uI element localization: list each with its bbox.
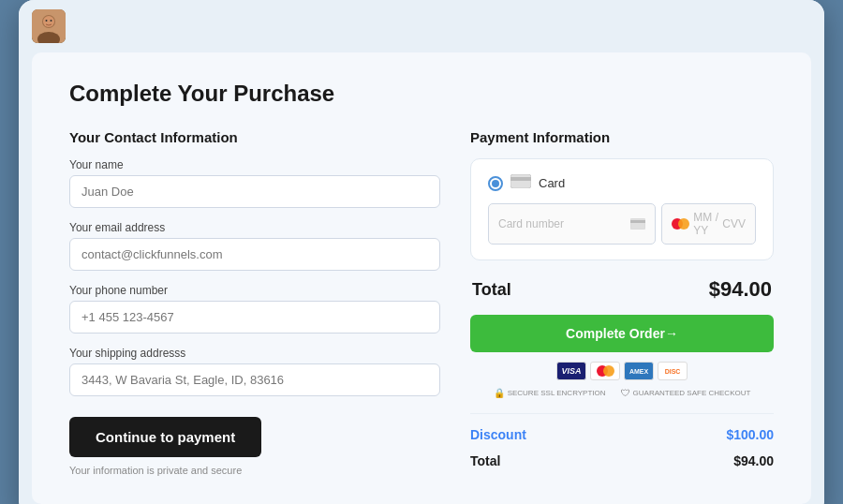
radio-inner — [492, 180, 499, 187]
complete-order-button[interactable]: Complete Order→ — [470, 315, 774, 352]
email-field-group: Your email address — [69, 221, 440, 271]
amex-logo: AMEX — [624, 362, 654, 380]
summary-total-amount: $94.00 — [733, 453, 774, 468]
mastercard-icon — [672, 218, 689, 230]
svg-rect-7 — [510, 177, 531, 181]
discover-logo: DISC — [658, 362, 688, 380]
card-expiry-field[interactable]: MM / YY CVV — [661, 203, 756, 245]
phone-input[interactable] — [69, 301, 440, 334]
card-logos: VISA AMEX DISC — [470, 362, 774, 380]
checkout-badge: 🛡 GUARANTEED SAFE CHECKOUT — [621, 388, 751, 398]
page-content: Complete Your Purchase Your Contact Info… — [32, 52, 811, 504]
summary-total-label: Total — [470, 453, 500, 468]
payment-box: Card Card number — [470, 158, 774, 260]
secure-text: Your information is private and secure — [69, 465, 440, 476]
ssl-label: SECURE SSL ENCRYPTION — [508, 389, 606, 397]
contact-section: Your Contact Information Your name Your … — [69, 129, 440, 476]
page-title: Complete Your Purchase — [69, 81, 774, 107]
mastercard-circles — [597, 365, 614, 377]
discount-label: Discount — [470, 427, 526, 442]
card-radio[interactable] — [488, 176, 503, 191]
titlebar — [19, 0, 824, 52]
continue-button[interactable]: Continue to payment — [69, 417, 261, 457]
discount-row: Discount $100.00 — [470, 422, 774, 448]
phone-label: Your phone number — [69, 284, 440, 297]
visa-logo: VISA — [556, 362, 586, 380]
name-label: Your name — [69, 158, 440, 171]
divider — [470, 413, 774, 414]
name-input[interactable] — [69, 175, 440, 208]
total-row: Total $94.00 — [470, 277, 774, 302]
discount-amount: $100.00 — [726, 427, 774, 442]
security-badges: 🔒 SECURE SSL ENCRYPTION 🛡 GUARANTEED SAF… — [470, 388, 774, 398]
address-label: Your shipping addresss — [69, 347, 440, 360]
card-icon — [510, 174, 531, 192]
payment-section: Payment Information — [470, 129, 774, 476]
payment-section-title: Payment Information — [470, 129, 774, 145]
lock-icon: 🔒 — [494, 388, 505, 398]
svg-rect-8 — [630, 218, 645, 230]
svg-rect-9 — [630, 220, 645, 223]
email-label: Your email address — [69, 221, 440, 234]
email-input[interactable] — [69, 238, 440, 271]
address-input[interactable] — [69, 363, 440, 396]
card-fields-row: Card number — [488, 203, 756, 245]
shield-icon: 🛡 — [621, 388, 630, 398]
visa-text: VISA — [561, 366, 581, 376]
amex-text: AMEX — [629, 368, 648, 375]
discover-text: DISC — [665, 368, 681, 375]
main-layout: Your Contact Information Your name Your … — [69, 129, 774, 476]
mastercard-logo — [590, 362, 620, 380]
address-field-group: Your shipping addresss — [69, 347, 440, 396]
ssl-badge: 🔒 SECURE SSL ENCRYPTION — [494, 388, 606, 398]
contact-section-title: Your Contact Information — [69, 129, 440, 145]
total-amount: $94.00 — [709, 277, 772, 302]
svg-point-4 — [46, 20, 48, 22]
main-window: Complete Your Purchase Your Contact Info… — [19, 0, 824, 504]
name-field-group: Your name — [69, 158, 440, 208]
phone-field-group: Your phone number — [69, 284, 440, 334]
svg-rect-6 — [510, 174, 531, 188]
expiry-placeholder: MM / YY — [693, 211, 718, 237]
total-label: Total — [472, 280, 511, 300]
payment-method-row: Card — [488, 174, 756, 192]
avatar — [32, 9, 66, 43]
card-number-placeholder: Card number — [498, 217, 564, 230]
checkout-label: GUARANTEED SAFE CHECKOUT — [633, 389, 751, 397]
card-number-field[interactable]: Card number — [488, 203, 656, 245]
summary-total-row: Total $94.00 — [470, 448, 774, 474]
cvv-placeholder: CVV — [722, 217, 746, 230]
svg-point-5 — [51, 20, 52, 22]
card-method-label: Card — [539, 176, 565, 190]
